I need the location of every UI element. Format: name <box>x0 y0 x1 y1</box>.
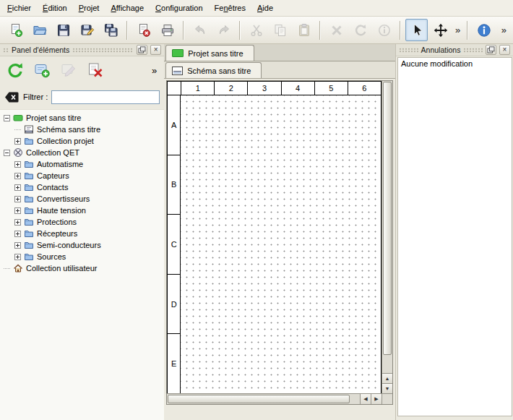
expander-plus[interactable] <box>14 231 21 237</box>
cursor-icon <box>410 23 424 38</box>
vertical-scrollbar[interactable]: ▲ ▼ <box>381 81 392 393</box>
tree-item-capteurs[interactable]: Capteurs <box>0 170 164 181</box>
scroll-down-button[interactable]: ▼ <box>382 383 392 393</box>
tree-item-haute-tension[interactable]: Haute tension <box>0 205 164 216</box>
clear-filter-button[interactable] <box>4 91 20 103</box>
diagram-icon <box>172 67 183 75</box>
ruler-row-d: D <box>168 275 181 335</box>
close-undo-panel-button[interactable]: × <box>499 45 510 55</box>
folder-icon <box>24 240 34 250</box>
expander-plus[interactable] <box>14 161 21 168</box>
edit-element-button <box>59 61 78 80</box>
undo-icon <box>193 23 207 38</box>
toolbar-separator <box>400 21 401 40</box>
tree-item-sources[interactable]: Sources <box>0 251 164 262</box>
ruler-corner <box>167 81 181 95</box>
diagram-view[interactable]: 123456 ▲ ▼ ABCDE ◀ ▶ <box>166 80 393 405</box>
scroll-up-button[interactable]: ▲ <box>382 373 392 383</box>
project-tabbar: Projet sans titre <box>164 44 395 61</box>
elements-panel-titlebar[interactable]: Panel d'éléments × <box>0 44 164 56</box>
expander-plus[interactable] <box>14 173 21 179</box>
close-panel-button[interactable]: × <box>150 45 161 55</box>
vertical-scroll-track[interactable] <box>383 82 392 372</box>
main-toolbar: »» <box>0 17 513 44</box>
scroll-left-button[interactable]: ◀ <box>360 394 371 404</box>
elements-tree: Projet sans titreSchéma sans titreCollec… <box>0 109 164 420</box>
expander-plus[interactable] <box>14 138 21 145</box>
new-project-button[interactable] <box>4 19 27 41</box>
tree-item-contacts[interactable]: Contacts <box>0 181 164 193</box>
vertical-scrollbar-thumb[interactable] <box>383 82 392 355</box>
toolbar-extension-button[interactable]: » <box>499 25 509 35</box>
open-project-button[interactable] <box>28 19 51 41</box>
expander-plus[interactable] <box>14 207 21 214</box>
expander-plus[interactable] <box>14 184 21 191</box>
modes-overflow-button[interactable]: » <box>452 25 463 35</box>
menu-fenetres[interactable]: Fenêtres <box>209 0 251 16</box>
menu-edition[interactable]: Édition <box>37 0 73 16</box>
expander-plus[interactable] <box>14 242 21 249</box>
tree-item-collection-projet[interactable]: Collection projet <box>0 135 164 147</box>
float-undo-panel-button[interactable] <box>486 45 496 55</box>
close-file-button[interactable] <box>132 19 155 41</box>
tree-item-projet-sans-titre[interactable]: Projet sans titre <box>0 112 164 124</box>
tree-item-collection-qet[interactable]: Collection QET <box>0 147 164 158</box>
tree-connector <box>14 129 21 130</box>
tab-schema-sans-titre[interactable]: Schéma sans titre <box>165 62 262 78</box>
print-button[interactable] <box>156 19 178 41</box>
float-panel-button[interactable] <box>137 45 147 55</box>
ruler-column-3: 3 <box>247 82 280 95</box>
expander-plus[interactable] <box>14 196 21 202</box>
tree-item-schema-sans-titre[interactable]: Schéma sans titre <box>0 124 164 135</box>
tree-item-convertisseurs[interactable]: Convertisseurs <box>0 193 164 205</box>
tree-item-label: Semi-conducteurs <box>37 241 101 249</box>
save-as-button[interactable] <box>76 19 98 41</box>
rotate-selection-button <box>349 19 371 41</box>
reload-collections-button[interactable] <box>5 61 25 80</box>
schematic-canvas[interactable] <box>181 95 381 393</box>
expander-plus[interactable] <box>14 219 21 226</box>
redo-button <box>212 19 235 41</box>
save-all-button[interactable] <box>100 19 122 41</box>
folder-icon <box>24 182 34 192</box>
new-element-button[interactable] <box>32 61 51 80</box>
horizontal-scroll-track[interactable] <box>168 395 359 403</box>
horizontal-scrollbar[interactable]: ◀ ▶ <box>167 393 381 404</box>
expander-minus[interactable] <box>4 115 10 121</box>
selection-mode-button[interactable] <box>405 19 428 41</box>
horizontal-scrollbar-thumb[interactable] <box>168 395 350 403</box>
scroll-right-button[interactable]: ▶ <box>371 394 381 404</box>
tree-item-recepteurs[interactable]: Récepteurs <box>0 228 164 239</box>
tree-item-label: Schéma sans titre <box>37 125 100 134</box>
conductor-info-icon <box>377 23 392 38</box>
expander-minus[interactable] <box>4 150 10 156</box>
tree-item-label: Collection projet <box>37 137 94 145</box>
menu-aide[interactable]: Aide <box>251 0 279 16</box>
save-button[interactable] <box>52 19 74 41</box>
copy-button <box>269 19 291 41</box>
tree-item-automatisme[interactable]: Automatisme <box>0 158 164 170</box>
filter-input[interactable] <box>51 90 160 104</box>
paste-button <box>293 19 315 41</box>
ruler-column-4: 4 <box>281 82 314 95</box>
elements-toolbar-overflow-button[interactable]: » <box>152 65 159 76</box>
menu-affichage[interactable]: Affichage <box>105 0 150 16</box>
folder-icon <box>24 171 34 181</box>
expander-plus[interactable] <box>14 254 21 260</box>
scissors-icon <box>249 23 264 38</box>
about-qet-button[interactable] <box>473 19 495 41</box>
tab-projet-sans-titre[interactable]: Projet sans titre <box>165 45 254 61</box>
visualisation-mode-button[interactable] <box>429 19 452 41</box>
tree-item-semi-conducteurs[interactable]: Semi-conducteurs <box>0 239 164 251</box>
home-icon <box>13 263 23 273</box>
ruler-row-b: B <box>168 155 181 215</box>
delete-element-button[interactable] <box>85 61 105 80</box>
dock-handle-texture <box>72 48 134 53</box>
tree-item-protections[interactable]: Protections <box>0 216 164 228</box>
undo-panel-titlebar[interactable]: Annulations × <box>396 44 513 56</box>
menu-fichier[interactable]: Fichier <box>1 0 37 16</box>
menu-configuration[interactable]: Configuration <box>150 0 208 16</box>
menu-projet[interactable]: Projet <box>73 0 105 16</box>
tree-item-collection-utilisateur[interactable]: Collection utilisateur <box>0 262 164 274</box>
ruler-row-a: A <box>168 95 181 155</box>
